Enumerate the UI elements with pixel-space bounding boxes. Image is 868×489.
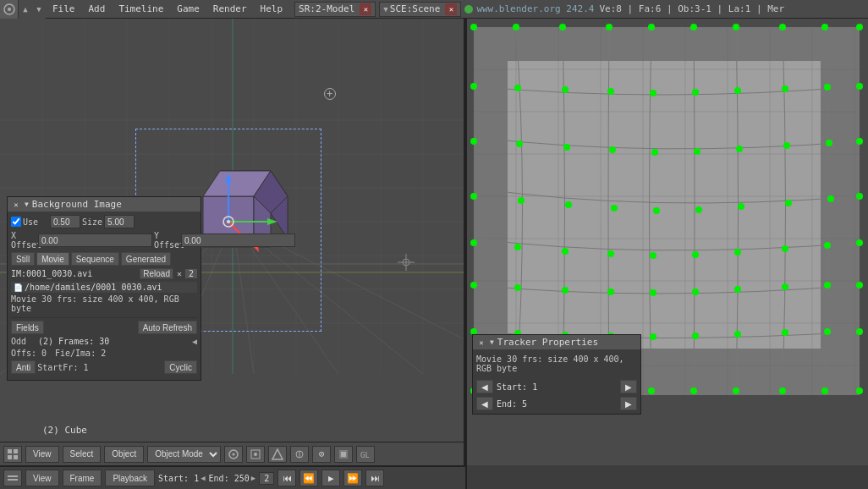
gl-btn[interactable]: GL	[356, 446, 375, 463]
svg-point-114	[565, 201, 572, 208]
svg-point-98	[734, 87, 741, 94]
svg-rect-47	[14, 449, 18, 453]
svg-point-53	[254, 453, 257, 456]
uv-editor[interactable]: ✕ ▼ Tracker Properties Movie 30 frs: siz…	[465, 19, 868, 465]
view-btn-3d[interactable]: View	[25, 446, 59, 463]
svg-point-100	[824, 84, 831, 91]
timeline-playback-btn[interactable]: Playback	[105, 470, 155, 486]
svg-point-94	[562, 86, 569, 93]
blend-input[interactable]	[50, 215, 80, 228]
anti-btn[interactable]: Anti	[11, 360, 36, 374]
tracker-title: Tracker Properties	[497, 337, 598, 348]
start-decrease-btn[interactable]: ◀	[201, 474, 205, 482]
svg-rect-58	[341, 452, 346, 457]
timeline-view-btn[interactable]: View	[25, 470, 59, 486]
use-label: Use	[23, 217, 48, 227]
svg-point-127	[692, 251, 699, 258]
svg-point-93	[514, 85, 521, 91]
arrow-up-btn[interactable]: ▲	[19, 0, 32, 19]
tracker-close-btn[interactable]: ✕	[476, 338, 486, 348]
pivot-icon[interactable]	[246, 446, 265, 463]
auto-refresh-btn[interactable]: Auto Refresh	[138, 321, 197, 334]
menu-help[interactable]: Help	[254, 2, 290, 16]
y-offset-label: Y Offset	[154, 231, 179, 250]
menu-render[interactable]: Render	[206, 2, 254, 16]
play-btn[interactable]: ▶	[321, 470, 340, 486]
y-offset-input[interactable]	[181, 234, 295, 247]
still-btn[interactable]: Still	[11, 252, 35, 266]
x-offset-input[interactable]	[38, 234, 152, 247]
x-offset-label: X Offset	[11, 231, 36, 250]
timeline-bottom-bar: View Frame Playback Start: 1 ◀ End: 250 …	[0, 465, 465, 489]
svg-point-161	[856, 387, 863, 394]
view-icon-btn[interactable]	[3, 446, 22, 463]
arrow-down-btn[interactable]: ▼	[32, 0, 46, 19]
svg-point-51	[233, 453, 235, 455]
svg-point-122	[470, 239, 477, 246]
frames-arrow[interactable]: ◀	[192, 337, 197, 346]
sr-label: SR:2-Model	[299, 3, 354, 14]
svg-rect-48	[8, 455, 12, 459]
svg-point-101	[856, 83, 863, 90]
svg-marker-54	[272, 449, 283, 459]
size-input[interactable]	[104, 215, 135, 228]
svg-point-89	[779, 24, 786, 30]
end-label: End: 250	[209, 474, 250, 483]
image-name: IM:0001_0030.avi	[11, 269, 138, 278]
play-prev-btn[interactable]: ⏪	[299, 470, 318, 486]
reload-btn[interactable]: Reload	[140, 268, 173, 279]
proportional-icon[interactable]: ⊙	[312, 446, 331, 463]
transform-icon[interactable]	[268, 446, 287, 463]
menu-file[interactable]: File	[46, 2, 82, 16]
menu-timeline[interactable]: Timeline	[112, 2, 170, 16]
mesh-icon[interactable]	[224, 446, 243, 463]
svg-point-129	[782, 245, 788, 252]
svg-point-102	[470, 138, 477, 145]
svg-point-105	[609, 146, 616, 153]
bg-panel-header: ✕ ▼ Background Image	[8, 197, 201, 212]
tracker-header: ✕ ▼ Tracker Properties	[473, 335, 640, 349]
start-decrease-btn[interactable]: ◀	[476, 380, 493, 393]
movie-btn[interactable]: Movie	[36, 252, 69, 266]
render-icon[interactable]	[334, 446, 353, 463]
sce-label: SCE:Scene	[390, 3, 441, 14]
viewport-3d[interactable]: ✕ ▼ Background Image Use Size X Offset Y	[0, 19, 465, 465]
blender-icon[interactable]	[0, 0, 19, 19]
play-next-btn[interactable]: ⏩	[343, 470, 362, 486]
viewport-split[interactable]	[465, 0, 467, 489]
sequence-btn[interactable]: Sequence	[71, 252, 119, 266]
svg-point-83	[513, 24, 519, 30]
end-decrease-btn[interactable]: ◀	[476, 397, 493, 410]
svg-point-135	[607, 288, 614, 295]
current-frame-display[interactable]: 2	[259, 472, 274, 485]
timeline-frame-btn[interactable]: Frame	[63, 470, 102, 486]
filepath-row: 📄 /home/damiles/0001_0030.avi	[11, 282, 197, 293]
end-increase-btn[interactable]: ▶	[620, 397, 637, 410]
generated-btn[interactable]: Generated	[121, 252, 171, 266]
sce-close-btn[interactable]: ✕	[445, 3, 457, 15]
svg-point-97	[692, 89, 699, 96]
select-btn-3d[interactable]: Select	[63, 446, 102, 463]
object-btn-3d[interactable]: Object	[104, 446, 144, 463]
svg-point-125	[607, 250, 614, 257]
menu-game[interactable]: Game	[170, 2, 206, 16]
end-frame-control: End: 250 ▶	[209, 474, 256, 483]
play-start-btn[interactable]: ⏮	[277, 470, 296, 486]
mode-select-3d[interactable]: Object Mode	[147, 446, 221, 463]
end-increase-btn[interactable]: ▶	[251, 474, 255, 482]
sr-close-btn[interactable]: ✕	[360, 3, 371, 15]
fields-btn[interactable]: Fields	[11, 321, 44, 334]
svg-point-140	[824, 282, 831, 288]
cyclic-btn[interactable]: Cyclic	[164, 360, 197, 374]
menu-add[interactable]: Add	[82, 2, 113, 16]
timeline-icon-btn[interactable]	[3, 470, 22, 486]
start-increase-btn[interactable]: ▶	[620, 380, 637, 393]
svg-point-151	[856, 328, 863, 335]
use-checkbox[interactable]	[11, 217, 21, 227]
play-end-btn[interactable]: ⏭	[365, 470, 384, 486]
website-label: www.blender.org 242.4	[476, 3, 594, 14]
cube-3d	[186, 154, 305, 272]
snap-icon[interactable]	[290, 446, 309, 463]
panel-close-btn[interactable]: ✕	[11, 200, 21, 210]
viewport-3d-bottom-bar: View Select Object Object Mode ⊙	[0, 442, 465, 465]
